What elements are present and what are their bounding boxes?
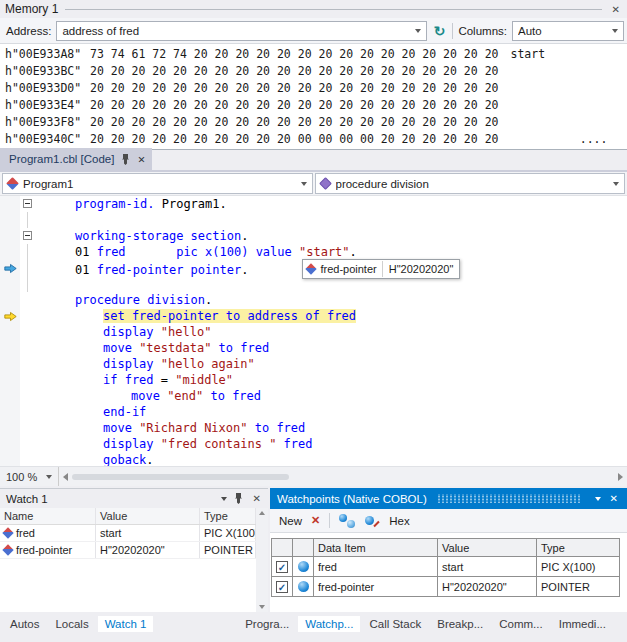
watch-column-header[interactable]: Value bbox=[96, 508, 200, 524]
scroll-right-icon[interactable] bbox=[618, 473, 623, 481]
members-dropdown-value: procedure division bbox=[336, 178, 603, 190]
watchpoints-header-row: Data ItemValueType bbox=[272, 539, 620, 557]
code-line[interactable]: move "Richard Nixon" to fred bbox=[0, 420, 627, 436]
datatip-value: H"20202020" bbox=[382, 261, 454, 277]
collapse-toggle-icon[interactable] bbox=[23, 231, 32, 240]
code-line[interactable]: if fred = "middle" bbox=[0, 372, 627, 388]
code-line[interactable]: working-storage section. bbox=[0, 228, 627, 244]
header-blank-cell bbox=[272, 539, 293, 556]
scroll-down-icon[interactable] bbox=[259, 605, 265, 609]
watchpoints-column-header[interactable]: Type bbox=[537, 539, 620, 556]
types-dropdown-value: Program1 bbox=[23, 178, 290, 190]
watchpoint-icon[interactable] bbox=[339, 514, 355, 528]
collapse-toggle-icon[interactable] bbox=[23, 199, 32, 208]
watch-close-icon[interactable]: ✕ bbox=[250, 493, 264, 504]
watchpoints-titlebar[interactable]: Watchpoints (Native COBOL) ✕ bbox=[270, 488, 627, 509]
delete-watchpoint-icon[interactable]: ✕ bbox=[311, 514, 320, 527]
code-line[interactable]: display "fred contains " fred bbox=[0, 436, 627, 452]
watch-row[interactable]: fredstartPIC X(100) bbox=[0, 525, 256, 542]
panel-tab-comm[interactable]: Comm... bbox=[492, 616, 549, 632]
watch-column-header[interactable]: Name bbox=[0, 508, 96, 524]
watch-type: PIC X(100) bbox=[200, 525, 256, 541]
hex-toggle-button[interactable]: Hex bbox=[389, 515, 409, 527]
columns-combo[interactable]: Auto bbox=[512, 21, 624, 41]
code-line[interactable] bbox=[0, 212, 627, 228]
watch-name: fred-pointer bbox=[0, 542, 96, 558]
watch-row[interactable]: fred-pointerH"20202020"POINTER bbox=[0, 542, 256, 559]
watch-column-header[interactable]: Type bbox=[200, 508, 256, 524]
code-line[interactable]: move "end" to fred bbox=[0, 388, 627, 404]
watchpoint-row[interactable]: ✓fredstartPIC X(100) bbox=[272, 557, 620, 577]
refresh-icon[interactable]: ↻ bbox=[432, 24, 448, 38]
code-text: set fred-pointer to address of fred bbox=[36, 308, 627, 324]
code-line[interactable]: 01 fred-pointer pointer.fred-pointerH"20… bbox=[0, 260, 627, 276]
new-watchpoint-button[interactable]: New bbox=[279, 515, 302, 527]
panel-tab-breakp[interactable]: Breakp... bbox=[430, 616, 490, 632]
horizontal-scrollbar[interactable] bbox=[59, 467, 627, 486]
code-line[interactable]: 01 fred pic x(100) value "start". bbox=[0, 244, 627, 260]
watchpoints-close-icon[interactable]: ✕ bbox=[607, 493, 621, 504]
watchpoint-row[interactable]: ✓fred-pointerH"20202020"POINTER bbox=[272, 577, 620, 597]
panel-tab-watch-1[interactable]: Watch 1 bbox=[98, 616, 154, 632]
code-line[interactable]: procedure division. bbox=[0, 292, 627, 308]
memory-address: h"00E933A8" bbox=[5, 46, 90, 63]
watchpoints-column-header[interactable]: Value bbox=[438, 539, 537, 556]
memory-bytes: 73 74 61 72 74 20 20 20 20 20 20 20 20 2… bbox=[90, 47, 499, 61]
panel-tab-locals[interactable]: Locals bbox=[48, 616, 95, 632]
pin-icon[interactable] bbox=[234, 493, 243, 504]
code-editor[interactable]: program-id. Program1.working-storage sec… bbox=[0, 196, 627, 466]
chevron-down-icon bbox=[301, 182, 307, 186]
memory-hex-dump[interactable]: h"00E933A8"73 74 61 72 74 20 20 20 20 20… bbox=[0, 44, 627, 149]
watchpoint-checkbox[interactable]: ✓ bbox=[276, 581, 288, 593]
scroll-up-icon[interactable] bbox=[259, 511, 265, 515]
watchpoint-enabled-icon bbox=[298, 561, 309, 572]
scrollbar-track[interactable] bbox=[72, 473, 614, 481]
members-dropdown[interactable]: procedure division bbox=[315, 173, 626, 194]
panel-tab-autos[interactable]: Autos bbox=[3, 616, 46, 632]
window-menu-icon[interactable] bbox=[221, 497, 227, 501]
tab-program1-cbl[interactable]: Program1.cbl [Code] ✕ bbox=[0, 148, 152, 170]
glyph-margin bbox=[0, 292, 20, 308]
memory-address: h"00E9340C" bbox=[5, 131, 90, 148]
watchpoint-value: H"20202020" bbox=[438, 577, 537, 596]
panel-tab-immedi[interactable]: Immedi... bbox=[552, 616, 613, 632]
code-line[interactable]: move "testdata" to fred bbox=[0, 340, 627, 356]
code-line[interactable]: display "hello again" bbox=[0, 356, 627, 372]
outline-margin bbox=[20, 212, 36, 228]
memory-row: h"00E933F8"20 20 20 20 20 20 20 20 20 20… bbox=[5, 114, 627, 131]
pin-icon[interactable] bbox=[121, 154, 130, 165]
watchpoints-column-header[interactable]: Data Item bbox=[314, 539, 438, 556]
watchpoint-checkbox[interactable]: ✓ bbox=[276, 561, 288, 573]
toolbar-separator bbox=[452, 23, 453, 39]
watchpoints-title: Watchpoints (Native COBOL) bbox=[277, 493, 427, 505]
tab-close-icon[interactable]: ✕ bbox=[137, 154, 145, 165]
memory-ascii: .... bbox=[511, 132, 608, 146]
toggle-watchpoint-icon[interactable] bbox=[364, 514, 380, 528]
window-menu-icon[interactable] bbox=[595, 497, 601, 501]
panel-tab-strip: AutosLocalsWatch 1 Progra...Watchp...Cal… bbox=[0, 612, 627, 634]
memory-row: h"00E9340C"20 20 20 20 20 20 20 20 20 20… bbox=[5, 131, 627, 148]
code-line[interactable]: goback. bbox=[0, 452, 627, 466]
code-line[interactable]: end-if bbox=[0, 404, 627, 420]
code-line[interactable]: program-id. Program1. bbox=[0, 196, 627, 212]
vertical-scrollbar[interactable] bbox=[256, 508, 268, 612]
panel-tab-call-stack[interactable]: Call Stack bbox=[362, 616, 428, 632]
data-item-icon bbox=[2, 544, 13, 555]
datatip-name: fred-pointer bbox=[320, 261, 376, 277]
code-line[interactable]: set fred-pointer to address of fred bbox=[0, 308, 627, 324]
outline-margin bbox=[20, 308, 36, 324]
code-text: display "hello again" bbox=[36, 356, 627, 372]
panel-tab-watchp[interactable]: Watchp... bbox=[298, 616, 360, 632]
panel-tab-progra[interactable]: Progra... bbox=[238, 616, 296, 632]
memory-bytes: 20 20 20 20 20 20 20 20 20 20 20 20 20 2… bbox=[90, 98, 499, 112]
address-combo[interactable]: address of fred bbox=[56, 21, 426, 41]
watch-titlebar[interactable]: Watch 1 ✕ bbox=[0, 489, 268, 508]
scrollbar-thumb[interactable] bbox=[72, 474, 289, 480]
types-dropdown[interactable]: Program1 bbox=[2, 173, 313, 194]
left-panel-tabs: AutosLocalsWatch 1 bbox=[3, 613, 153, 634]
memory-close-icon[interactable]: ✕ bbox=[609, 4, 623, 15]
code-line[interactable]: display "hello" bbox=[0, 324, 627, 340]
zoom-control[interactable]: 100 % bbox=[0, 467, 59, 486]
scroll-left-icon[interactable] bbox=[63, 473, 68, 481]
memory-titlebar[interactable]: Memory 1 ✕ bbox=[0, 0, 627, 18]
